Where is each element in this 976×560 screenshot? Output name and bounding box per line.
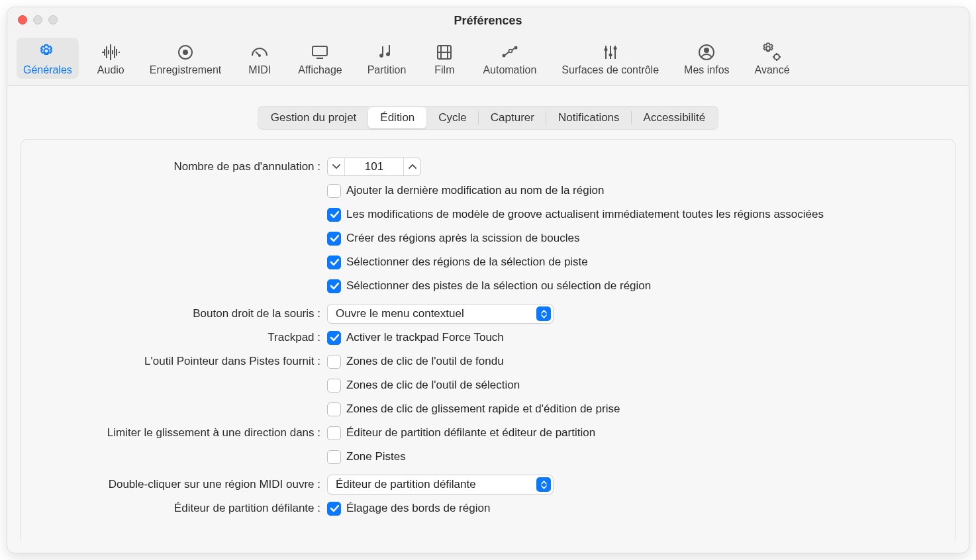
- doubleclick-midi-label: Double-cliquer sur une région MIDI ouvre…: [34, 478, 327, 491]
- undo-steps-label: Nombre de pas d'annulation :: [34, 160, 327, 173]
- checkbox-select-regions-on-track-select[interactable]: [327, 256, 341, 269]
- toolbar-label: Générales: [23, 64, 72, 76]
- checkbox-label: Élagage des bords de région: [346, 502, 490, 515]
- minimize-window-button[interactable]: [33, 15, 42, 24]
- trackpad-label: Trackpad :: [34, 331, 327, 344]
- film-icon: [434, 42, 454, 63]
- checkbox-label: Activer le trackpad Force Touch: [346, 331, 504, 344]
- checkbox-limit-drag-tracks-area[interactable]: [327, 450, 341, 464]
- user-icon: [697, 42, 716, 63]
- subtab-segmented-control: Gestion du projetÉditionCycleCapturerNot…: [258, 106, 718, 130]
- close-window-button[interactable]: [18, 15, 27, 24]
- window-title: Préférences: [454, 14, 522, 28]
- zoom-window-button[interactable]: [48, 15, 58, 24]
- content-area: Gestion du projetÉditionCycleCapturerNot…: [7, 86, 969, 553]
- pointer-tool-label: L'outil Pointeur dans Pistes fournit :: [34, 355, 327, 368]
- checkbox-label: Créer des régions après la scission de b…: [346, 232, 579, 245]
- checkbox-marquee-tool-click-zones[interactable]: [327, 379, 341, 393]
- right-mouse-label: Bouton droit de la souris :: [34, 307, 327, 320]
- toolbar-item-midi[interactable]: MIDI: [240, 38, 279, 79]
- subtab-cycle[interactable]: Cycle: [426, 107, 479, 128]
- select-arrows-icon: [536, 477, 551, 492]
- select-value: Ouvre le menu contextuel: [336, 307, 464, 320]
- checkbox-label: Ajouter la dernière modification au nom …: [346, 184, 604, 197]
- notes-icon: [377, 42, 397, 63]
- titlebar: Préférences: [7, 7, 969, 34]
- subtab-notif[interactable]: Notifications: [546, 107, 632, 128]
- subtab-access[interactable]: Accessibilité: [632, 107, 718, 128]
- toolbar-item-general[interactable]: Générales: [17, 38, 79, 79]
- checkbox-label: Zones de clic de l'outil de fondu: [346, 355, 504, 368]
- edition-panel: Nombre de pas d'annulation : 101 Ajouter…: [21, 139, 955, 541]
- toolbar-item-audio[interactable]: Audio: [91, 38, 131, 79]
- toolbar-label: Audio: [97, 64, 124, 76]
- select-arrows-icon: [536, 306, 551, 321]
- toolbar-item-auto[interactable]: Automation: [476, 38, 543, 79]
- toolbar-item-display[interactable]: Affichage: [291, 38, 348, 79]
- doubleclick-midi-select[interactable]: Éditeur de partition défilante: [327, 475, 554, 494]
- stepper-increment-button[interactable]: [403, 158, 420, 175]
- checkbox-limit-drag-pianoroll-score[interactable]: [327, 426, 341, 440]
- sliders-icon: [601, 42, 620, 63]
- checkbox-fade-tool-click-zones[interactable]: [327, 355, 341, 369]
- toolbar-item-film[interactable]: Film: [424, 38, 464, 79]
- checkbox-force-touch-trackpad[interactable]: [327, 331, 341, 345]
- toolbar-label: Partition: [367, 64, 407, 76]
- subtab-capt[interactable]: Capturer: [479, 107, 546, 128]
- toolbar-item-myinfo[interactable]: Mes infos: [677, 38, 736, 79]
- checkbox-label: Sélectionner des pistes de la sélection …: [346, 279, 651, 293]
- checkbox-region-border-trim[interactable]: [327, 502, 341, 516]
- checkbox-select-tracks-on-region-select[interactable]: [327, 279, 341, 293]
- toolbar-item-score[interactable]: Partition: [361, 38, 413, 79]
- checkbox-label: Les modifications de modèle de groove ac…: [346, 208, 824, 221]
- checkbox-label: Zones de clic de glissement rapide et d'…: [346, 402, 620, 416]
- select-value: Éditeur de partition défilante: [336, 478, 476, 491]
- subtab-proj[interactable]: Gestion du projet: [259, 107, 368, 128]
- right-mouse-select[interactable]: Ouvre le menu contextuel: [327, 304, 554, 324]
- wave-icon: [101, 42, 121, 63]
- checkbox-label: Éditeur de partition défilante et éditeu…: [346, 426, 595, 440]
- subtab-edit[interactable]: Édition: [368, 107, 426, 128]
- window-controls: [18, 15, 58, 24]
- toolbar: GénéralesAudioEnregistrementMIDIAffichag…: [7, 34, 969, 86]
- gears-icon: [762, 42, 782, 63]
- curve-icon: [500, 42, 520, 63]
- limit-drag-label: Limiter le glissement à une direction da…: [34, 426, 327, 440]
- toolbar-label: Film: [434, 64, 454, 76]
- toolbar-label: Avancé: [755, 64, 790, 76]
- toolbar-label: Mes infos: [684, 64, 729, 76]
- undo-steps-stepper[interactable]: 101: [327, 158, 421, 176]
- toolbar-item-surfaces[interactable]: Surfaces de contrôle: [555, 38, 665, 79]
- checkbox-label: Zone Pistes: [346, 450, 406, 463]
- gauge-icon: [250, 42, 269, 63]
- checkbox-groove-template-updates[interactable]: [327, 208, 341, 222]
- monitor-icon: [310, 42, 330, 63]
- toolbar-item-advanced[interactable]: Avancé: [748, 38, 797, 79]
- record-icon: [175, 42, 195, 63]
- toolbar-item-record[interactable]: Enregistrement: [143, 38, 228, 79]
- toolbar-label: MIDI: [248, 64, 271, 76]
- pianoroll-editor-label: Éditeur de partition défilante :: [34, 502, 327, 515]
- checkbox-label: Zones de clic de l'outil de sélection: [346, 379, 520, 392]
- toolbar-label: Surfaces de contrôle: [561, 64, 659, 76]
- preferences-window: Préférences GénéralesAudioEnregistrement…: [7, 7, 969, 553]
- checkbox-quick-swipe-take-edit-zones[interactable]: [327, 402, 341, 416]
- gear-icon: [38, 42, 58, 63]
- checkbox-add-last-edit-to-region-name[interactable]: [327, 184, 341, 198]
- checkbox-create-regions-after-loop-split[interactable]: [327, 232, 341, 246]
- toolbar-label: Affichage: [298, 64, 342, 76]
- undo-steps-value: 101: [345, 160, 403, 173]
- toolbar-label: Enregistrement: [150, 64, 222, 76]
- checkbox-label: Sélectionner des régions de la sélection…: [346, 256, 588, 269]
- toolbar-label: Automation: [483, 64, 536, 76]
- stepper-decrement-button[interactable]: [328, 158, 345, 175]
